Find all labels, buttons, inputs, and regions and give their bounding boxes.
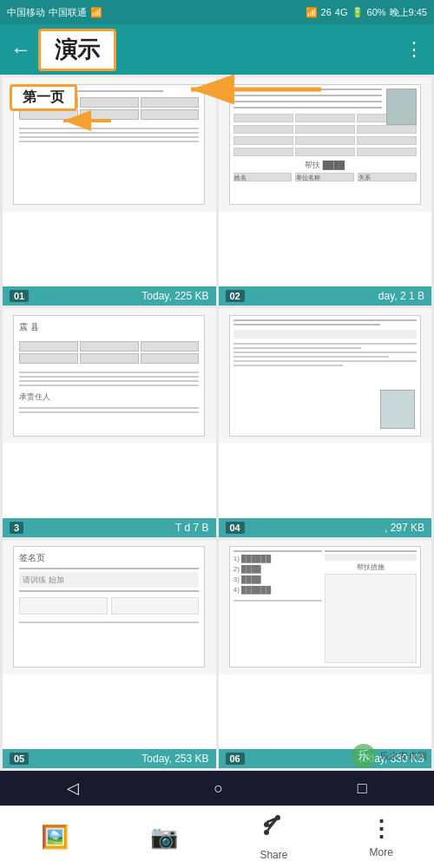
image-card-3[interactable]: 震 县 承责住人 <box>3 308 216 536</box>
doc-photo <box>386 89 417 125</box>
status-bar: 中国移动 中国联通 📶 📶 26 4G 🔋 60% 晚上9:45 <box>0 0 434 24</box>
card-1-preview: 第一页 <box>3 77 216 212</box>
camera-icon: 📷 <box>150 824 178 851</box>
app-title: 演示 <box>38 29 116 71</box>
network-type: 4G <box>335 7 348 17</box>
carrier2: 中国联通 <box>49 6 87 19</box>
card-3-num: 3 <box>10 522 23 534</box>
home-button[interactable]: ○ <box>214 779 223 798</box>
menu-button[interactable]: ⋮ <box>404 38 424 61</box>
card-4-preview <box>219 308 432 443</box>
card-3-date: T d 7 B <box>175 522 208 534</box>
watermark-icon: 乐 <box>352 744 376 768</box>
more-icon: ⋮ <box>370 816 392 843</box>
more-button[interactable]: ⋮ More <box>370 816 393 858</box>
doc-mock-3: 震 县 承责住人 <box>13 315 205 437</box>
system-nav: ◁ ○ □ <box>0 771 434 806</box>
signal-icons: 📶 <box>90 7 102 18</box>
recent-button[interactable]: □ <box>358 779 367 798</box>
card-6-num: 06 <box>226 753 245 765</box>
signal-strength: 26 <box>321 7 332 17</box>
wifi-icon: 📶 <box>306 7 318 18</box>
doc-mock-2: 帮扶 ████ 姓名 单位名称 关系 <box>229 84 421 206</box>
app-bar: ← 演示 ⋮ <box>0 24 434 75</box>
carrier1: 中国移动 <box>7 6 45 19</box>
card-2-preview: 帮扶 ████ 姓名 单位名称 关系 <box>219 77 432 212</box>
card-5-date: Today, 253 KB <box>141 753 208 765</box>
gallery-icon: 🖼️ <box>41 824 69 851</box>
svg-point-6 <box>264 830 269 835</box>
share-button[interactable]: Share <box>260 813 287 861</box>
card-1-date: Today, 225 KB <box>141 290 208 302</box>
image-card-1[interactable]: 第一页 <box>3 77 216 306</box>
card-4-num: 04 <box>226 522 245 534</box>
more-label: More <box>370 846 393 858</box>
back-button[interactable]: ← <box>10 37 31 62</box>
card-5-preview: 签名页 请训练 始加 <box>3 540 216 674</box>
card-4-label: 04 , 297 KB <box>219 518 432 537</box>
first-page-label: 第一页 <box>10 84 77 111</box>
time: 晚上9:45 <box>390 6 427 19</box>
battery-level: 60% <box>367 7 386 17</box>
battery-icon: 🔋 <box>352 7 364 18</box>
card-3-label: 3 T d 7 B <box>3 518 216 537</box>
gallery-button[interactable]: 🖼️ <box>41 824 69 851</box>
status-right: 📶 26 4G 🔋 60% 晚上9:45 <box>306 6 427 19</box>
card-2-date: day, 2 1 B <box>378 290 424 302</box>
svg-point-5 <box>264 822 269 827</box>
back-system-button[interactable]: ◁ <box>67 779 79 798</box>
share-label: Share <box>260 849 287 861</box>
camera-button[interactable]: 📷 <box>150 824 178 851</box>
card-5-num: 05 <box>10 753 29 765</box>
card-1-num: 01 <box>10 290 29 302</box>
card-5-label: 05 Today, 253 KB <box>3 749 216 768</box>
card-3-preview: 震 县 承责住人 <box>3 308 216 443</box>
image-card-5[interactable]: 签名页 请训练 始加 05 Today, 253 KB <box>3 540 216 768</box>
status-carriers: 中国移动 中国联通 📶 <box>7 6 102 19</box>
card-1-label: 01 Today, 225 KB <box>3 286 216 306</box>
card-2-num: 02 <box>226 290 245 302</box>
bottom-nav: 🖼️ 📷 Share ⋮ More <box>0 806 434 868</box>
watermark: 乐 乐水安卓网 <box>352 744 427 768</box>
app-bar-left: ← 演示 <box>10 29 116 71</box>
watermark-text: 乐水安卓网 <box>379 750 427 763</box>
image-card-4[interactable]: 04 , 297 KB <box>219 308 432 536</box>
card-2-label: 02 day, 2 1 B <box>219 286 432 306</box>
share-icon <box>260 813 286 845</box>
image-grid: 第一页 <box>0 75 434 771</box>
card-6-preview: 1) ██████ 2) ████ 3) ████ 4) ██████ 帮扶措施 <box>219 540 432 674</box>
image-card-6[interactable]: 1) ██████ 2) ████ 3) ████ 4) ██████ 帮扶措施… <box>219 540 432 768</box>
image-card-2[interactable]: 帮扶 ████ 姓名 单位名称 关系 02 day, 2 1 B <box>219 77 432 306</box>
card-4-date: , 297 KB <box>385 522 424 534</box>
svg-point-4 <box>275 815 280 820</box>
